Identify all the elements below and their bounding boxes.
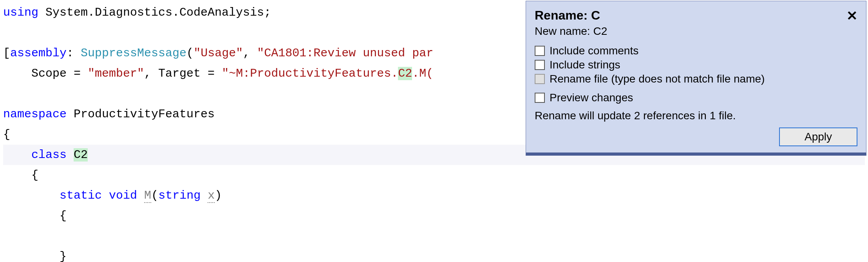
rename-new-name-row: New name: C2 (535, 25, 857, 38)
string-literal: "Usage" (193, 47, 243, 60)
code-line: [assembly: SuppressMessage("Usage", "CA1… (3, 47, 433, 60)
code-line: using System.Diagnostics.CodeAnalysis; (3, 6, 271, 19)
type-suppressmessage: SuppressMessage (81, 47, 186, 60)
code-text: , Target = (144, 67, 222, 80)
string-literal: "CA1801:Review unused par (257, 47, 433, 60)
rename-target-highlight[interactable]: C2 (74, 148, 88, 162)
code-text (201, 189, 208, 202)
unused-identifier: M (144, 189, 151, 203)
include-strings-option[interactable]: Include strings (535, 59, 857, 71)
rename-file-checkbox (535, 74, 545, 84)
preview-changes-label: Preview changes (550, 92, 633, 104)
code-text: ) (215, 189, 222, 202)
code-line: { (3, 169, 38, 182)
code-text (137, 189, 144, 202)
unused-identifier: x (208, 189, 215, 203)
code-text: ProductivityFeatures (67, 108, 215, 121)
code-text (67, 148, 74, 162)
code-line: { (3, 209, 67, 223)
keyword-namespace: namespace (3, 108, 67, 121)
code-text: : (67, 47, 81, 60)
include-comments-checkbox[interactable] (535, 46, 545, 56)
code-text: System.Diagnostics.CodeAnalysis; (38, 6, 271, 19)
code-text: [ (3, 47, 10, 60)
string-literal: .M( (412, 67, 433, 80)
code-text (102, 189, 109, 202)
keyword-class: class (31, 148, 67, 162)
rename-reference-highlight: C2 (398, 67, 412, 80)
string-literal: "member" (88, 67, 144, 80)
rename-file-option: Rename file (type does not match file na… (535, 73, 857, 85)
code-line: { (3, 128, 10, 141)
code-text: } (3, 250, 67, 262)
keyword-assembly: assembly (10, 47, 67, 60)
rename-new-name-value: C2 (593, 25, 607, 37)
code-text: { (3, 128, 10, 141)
code-text (3, 148, 31, 162)
include-comments-label: Include comments (550, 45, 638, 57)
rename-dialog: Rename: C ✕ New name: C2 Include comment… (526, 1, 866, 156)
keyword-static: static (60, 189, 102, 202)
keyword-void: void (109, 189, 137, 202)
string-literal: "~M:ProductivityFeatures. (222, 67, 398, 80)
code-text: Scope = (3, 67, 88, 80)
code-text: { (3, 169, 38, 182)
include-strings-checkbox[interactable] (535, 60, 545, 70)
code-text: ( (151, 189, 158, 202)
rename-new-name-label: New name: (535, 25, 593, 37)
apply-button[interactable]: Apply (779, 127, 857, 146)
code-line: } (3, 250, 67, 262)
close-icon[interactable]: ✕ (846, 9, 857, 22)
include-strings-label: Include strings (550, 59, 620, 71)
keyword-string: string (158, 189, 201, 202)
code-line: static void M(string x) (3, 189, 222, 203)
preview-changes-option[interactable]: Preview changes (535, 92, 857, 104)
code-line: namespace ProductivityFeatures (3, 108, 215, 121)
include-comments-option[interactable]: Include comments (535, 45, 857, 57)
code-line: Scope = "member", Target = "~M:Productiv… (3, 67, 433, 80)
rename-status-text: Rename will update 2 references in 1 fil… (535, 109, 857, 122)
code-text (3, 189, 60, 202)
code-text: { (3, 209, 67, 223)
rename-file-label: Rename file (type does not match file na… (550, 73, 765, 85)
preview-changes-checkbox[interactable] (535, 93, 545, 103)
code-text: , (243, 47, 257, 60)
rename-dialog-title: Rename: C (535, 8, 600, 23)
code-text: ( (186, 47, 193, 60)
keyword-using: using (3, 6, 38, 19)
